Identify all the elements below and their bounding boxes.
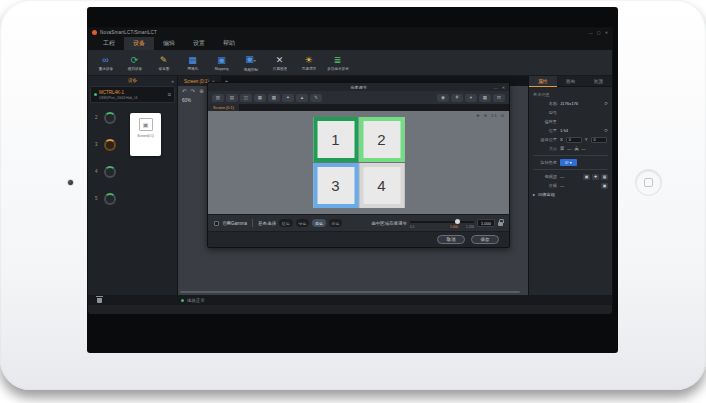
thumbnail-caption: Screen(0:1) — [137, 134, 154, 138]
audio-value: — — [560, 183, 564, 188]
align-tool-button[interactable]: ▦ — [254, 94, 266, 102]
device-sidebar: 设备 « MCTRL4K-1 USB@Port_#0003.Hub_#4 ⧉ — [88, 76, 178, 295]
menu-tab-edit[interactable]: 编辑 — [154, 37, 184, 50]
dialog-close-button[interactable]: ✕ — [502, 85, 505, 90]
audio-icon[interactable]: ▣ — [601, 183, 608, 189]
close-button[interactable]: ✕ — [605, 30, 608, 35]
brightness-slider[interactable]: 0.1 1.000 1.200 — [410, 218, 474, 229]
repair-map-button[interactable]: ✎ 修复图 — [150, 55, 177, 71]
brush-tool-button[interactable]: ✎ — [310, 94, 322, 102]
rotation-dropdown[interactable]: 0° ▾ — [560, 159, 577, 166]
height-value: — — [582, 146, 586, 151]
redo-icon[interactable]: ↷ — [191, 88, 196, 94]
app-window: NovaSmartLCT/SmartLCT — ▢ ✕ 工程 设备 编辑 设置 … — [88, 28, 612, 305]
refresh-icon[interactable]: ⟳ — [604, 101, 608, 106]
dialog-screen-tab[interactable]: Screen (0:1) — [208, 104, 239, 111]
screen-thumbnail-card[interactable]: ▣ Screen(0:1) — [130, 113, 161, 156]
grid-toggle-icon[interactable]: # — [451, 94, 463, 102]
mapping-button[interactable]: ▣ Mapping — [208, 55, 235, 71]
tab-properties[interactable]: 属性 — [529, 76, 557, 87]
chevron-down-icon: ▾ — [254, 58, 256, 63]
device-list-item[interactable]: 4 — [88, 158, 177, 185]
align-tool-button[interactable]: ▥ — [212, 94, 224, 102]
mode-white-button[interactable]: 白色 — [329, 219, 343, 227]
chevron-down-icon: ▾ — [570, 160, 572, 165]
reconnect-device-button[interactable]: ∞ 重连设备 — [92, 55, 119, 71]
menu-tab-device[interactable]: 设备 — [124, 37, 154, 50]
grid-button[interactable]: ▦ 网格化 — [179, 55, 206, 71]
pen-icon: ✎ — [160, 55, 168, 65]
x-position-input[interactable]: 0 — [566, 137, 582, 143]
list-icon: ≣ — [334, 55, 342, 65]
fit-screen-icon[interactable]: ⊡ — [501, 113, 504, 118]
simulate-device-button[interactable]: ⟳ 模拟设备 — [121, 55, 148, 71]
cabinet-1[interactable]: 1 — [313, 117, 358, 162]
actual-size-button[interactable]: 1:1 — [491, 113, 497, 118]
cabinet-canvas[interactable]: ⊕ ⊖ 1:1 ⊡ 1 2 3 4 — [208, 111, 509, 214]
mode-red-button[interactable]: 红色 — [279, 219, 293, 227]
cancel-button[interactable]: 取消 — [437, 235, 465, 244]
desktop-taskband — [88, 305, 612, 314]
horizontal-scrollbar[interactable] — [180, 291, 520, 293]
device-list-item[interactable]: 5 — [88, 185, 177, 212]
cabinet-2[interactable]: 2 — [359, 117, 404, 162]
source-add-icon[interactable]: ✚ — [592, 174, 599, 180]
multifunction-card-button[interactable]: ≣ 多功能卡设置 — [324, 55, 351, 71]
trash-icon[interactable] — [97, 298, 102, 303]
gamma-checkbox[interactable] — [214, 221, 219, 226]
chevron-down-icon[interactable]: ▾ — [465, 94, 477, 102]
tab-canvas[interactable]: 画布 — [557, 76, 585, 87]
grid-icon: ▦ — [188, 55, 197, 65]
lock-icon[interactable] — [498, 222, 503, 226]
slider-handle[interactable] — [455, 219, 460, 224]
brightness-value-input[interactable]: 1.000 — [477, 219, 495, 227]
mode-blue-button[interactable]: 蓝色 — [312, 219, 326, 227]
refresh-icon: ⟳ — [131, 55, 139, 65]
zoom-out-icon[interactable]: ⊖ — [484, 113, 487, 118]
section-basic-info: 基本信息 — [533, 90, 608, 99]
menu-tab-help[interactable]: 帮助 — [214, 37, 244, 50]
menu-tab-settings[interactable]: 设置 — [184, 37, 214, 50]
width-value: — — [567, 146, 571, 151]
home-button[interactable] — [635, 169, 662, 196]
brightness-slider-label: 选中区域亮度调节 — [371, 221, 407, 226]
align-tool-button[interactable]: ▩ — [268, 94, 280, 102]
eraser-tool-button[interactable]: ✦ — [282, 94, 294, 102]
save-button[interactable]: 保存 — [471, 235, 499, 244]
bound-group-collapser[interactable]: ▸ 已绑定组 — [533, 190, 608, 199]
menu-tab-project[interactable]: 工程 — [94, 37, 124, 50]
send-tool-button[interactable]: ▲ — [296, 94, 308, 102]
cabinet-3[interactable]: 3 — [313, 163, 358, 208]
brightness-button[interactable]: ☀ 亮度调节 — [295, 55, 322, 71]
undo-icon[interactable]: ↶ — [182, 88, 187, 94]
slider-track[interactable] — [410, 221, 474, 223]
layout-icon[interactable]: ▦ — [479, 94, 491, 102]
front-camera — [67, 179, 74, 186]
detach-icon[interactable]: ⧉ — [168, 92, 171, 97]
source-monitor-icon[interactable]: ▣ — [583, 174, 590, 180]
dialog-minimize-button[interactable]: — — [494, 85, 498, 90]
calibration-button[interactable]: ✕ 仪器校准 — [266, 55, 293, 71]
source-grid-icon[interactable]: ▦ — [601, 174, 608, 180]
minimize-button[interactable]: — — [589, 30, 593, 35]
tools-icon: ✕ — [276, 55, 284, 65]
source-value: — — [560, 174, 564, 179]
zoom-in-icon[interactable]: ⊕ — [476, 113, 479, 118]
collapse-icon[interactable]: « — [171, 78, 174, 84]
video-control-button[interactable]: ▣▾ 视频控制 — [237, 54, 264, 72]
eye-icon[interactable]: ◉ — [437, 94, 449, 102]
align-tool-button[interactable]: ▤ — [226, 94, 238, 102]
maximize-button[interactable]: ▢ — [597, 30, 601, 35]
sidebar-header: 设备 — [128, 78, 137, 83]
fit-view-icon[interactable]: ⊡ — [493, 94, 505, 102]
mode-green-button[interactable]: 绿色 — [296, 219, 310, 227]
zoom-in-icon[interactable]: ⊕ — [199, 88, 204, 94]
cabinet-4[interactable]: 4 — [359, 163, 404, 208]
y-position-input[interactable]: 0 — [591, 137, 607, 143]
refresh-icon[interactable]: ⟳ — [604, 128, 608, 133]
device-list-item-selected[interactable]: MCTRL4K-1 USB@Port_#0003.Hub_#4 ⧉ — [90, 86, 175, 103]
menu-bar: 工程 设备 编辑 设置 帮助 — [88, 37, 612, 50]
align-tool-button[interactable]: ◫ — [240, 94, 252, 102]
tablet-frame: NovaSmartLCT/SmartLCT — ▢ ✕ 工程 设备 编辑 设置 … — [0, 0, 706, 390]
tab-resources[interactable]: 资源 — [584, 76, 612, 87]
